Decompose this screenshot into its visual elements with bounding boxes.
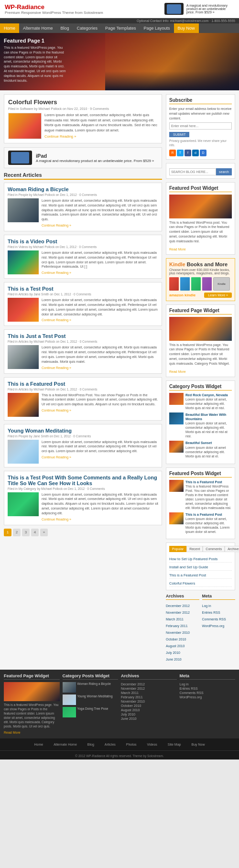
facebook-icon[interactable]: f	[185, 150, 191, 156]
subscribe-submit-button[interactable]: SUBMIT	[169, 132, 189, 137]
arch-link[interactable]: March 2011	[166, 618, 184, 621]
footer-arch-link[interactable]: June 2010	[121, 716, 177, 721]
footer-meta-wp[interactable]: WordPress.org	[180, 695, 236, 699]
footer-meta-comments[interactable]: Comments RSS	[180, 691, 236, 695]
article-read-more[interactable]: Continue Reading »	[42, 366, 71, 369]
footer-meta-entries[interactable]: Entries RSS	[180, 686, 236, 691]
arch-link[interactable]: June 2010	[166, 658, 182, 661]
meta-link-comments[interactable]: Comments RSS	[202, 618, 226, 621]
footer-arch-link[interactable]: December 2012	[121, 682, 177, 686]
page-2[interactable]: 2	[13, 529, 21, 536]
article-read-more[interactable]: Continue Reading »	[42, 409, 71, 412]
article-read-more[interactable]: Continue Reading »	[42, 456, 71, 459]
search-button[interactable]: search	[216, 168, 232, 175]
meta-link-login[interactable]: Log in	[202, 604, 211, 608]
tab-comments[interactable]: Comments	[203, 546, 225, 552]
footer-featured-read-more[interactable]: Read More	[4, 731, 21, 734]
twitter-icon[interactable]: T	[177, 150, 184, 156]
footer-arch-link[interactable]: November 2012	[121, 686, 177, 691]
footer-arch-link[interactable]: March 2011	[121, 691, 177, 695]
article-meta: Filed in Articles by Michael Pollock on …	[8, 388, 158, 391]
article-meta: Filed in People by Jane Smith on Dec 1, …	[8, 434, 158, 438]
meta-link-entries[interactable]: Entries RSS	[202, 611, 220, 614]
article-item: Young Woman Meditating Filed in People b…	[4, 424, 162, 467]
featured-page-widget-read-more[interactable]: Read More	[169, 370, 186, 373]
footer-nav-videos[interactable]: Videos	[143, 740, 161, 749]
arch-link[interactable]: August 2010	[166, 644, 185, 648]
learn-more-button[interactable]: Learn More »	[204, 293, 232, 298]
article-thumb	[8, 393, 39, 417]
page-1[interactable]: 1	[4, 529, 11, 536]
footer-nav-blog[interactable]: Blog	[84, 740, 98, 749]
featured-page-widget: Featured Page Widget This is a featured …	[166, 304, 235, 377]
long-article-thumb	[8, 492, 39, 516]
archives-col: Archives December 2012 November 2012 Mar…	[166, 594, 199, 662]
featured-post-widget-read-more[interactable]: Read More	[169, 248, 186, 251]
hero-slider: Featured Page 1 This is a featured WordP…	[0, 33, 239, 90]
footer-cat-link[interactable]: Yoga Doing Tree Pose	[77, 707, 109, 717]
footer-arch-link[interactable]: October 2010	[121, 704, 177, 708]
nav-categories[interactable]: Categories	[73, 23, 102, 33]
arch-link[interactable]: December 2012	[166, 604, 190, 608]
footer-arch-link[interactable]: February 2011	[121, 695, 177, 699]
digg-icon[interactable]: d	[192, 150, 199, 156]
article-read-more[interactable]: Continue Reading »	[42, 318, 71, 322]
article-excerpt: Lorem ipsum dolor sit amet, consectetur …	[42, 298, 158, 316]
page-next[interactable]: »	[40, 529, 48, 536]
meta-link-wp[interactable]: WordPress.org	[202, 624, 225, 628]
amazon-logo: amazon kindle	[169, 293, 196, 297]
nav-home[interactable]: Home	[0, 23, 19, 33]
nav-blog[interactable]: Blog	[57, 23, 73, 33]
tab-popular[interactable]: Popular	[169, 546, 186, 552]
footer-nav-alt[interactable]: Alternate Home	[50, 740, 81, 749]
nav-page-templates[interactable]: Page Templates	[101, 23, 140, 33]
ipad-ad-banner[interactable]: iPad A magical and revolutionary product…	[4, 147, 162, 168]
popular-link-4[interactable]: Colorful Flowers	[169, 581, 195, 586]
tab-recent[interactable]: Recent	[186, 546, 203, 552]
footer-nav-sitemap[interactable]: Site Map	[164, 740, 185, 749]
popular-link-2[interactable]: Install and Set Up Guide	[169, 565, 208, 569]
article-read-more[interactable]: Continue Reading »	[42, 271, 71, 274]
meta-col: Meta Log in Entries RSS Comments RSS Wor…	[202, 594, 236, 662]
footer-category-posts-widget: Category Posts Widget Woman Riding a Bic…	[63, 673, 119, 735]
footer-meta-login[interactable]: Log in	[180, 682, 236, 686]
article-item: This is Just a Test Post Filed in Articl…	[4, 329, 162, 373]
rss-icon[interactable]: R	[169, 150, 176, 156]
footer-nav-articles[interactable]: Articles	[101, 740, 120, 749]
arch-link[interactable]: October 2010	[166, 638, 186, 641]
ipad-promo[interactable]: A magical and revolutionary product at a…	[164, 3, 234, 15]
book-4	[202, 277, 212, 291]
page-3[interactable]: 3	[22, 529, 30, 536]
footer-cat-link[interactable]: Woman Riding a Bicycle	[77, 682, 111, 693]
footer-arch-link[interactable]: August 2010	[121, 708, 177, 712]
arch-link[interactable]: July 2010	[166, 651, 180, 654]
long-article-read-more[interactable]: Continue Reading »	[42, 518, 71, 521]
article-read-more[interactable]: Continue Reading »	[42, 224, 71, 227]
article-thumb	[8, 250, 39, 274]
footer-cat-link[interactable]: Young Woman Meditating	[77, 694, 113, 705]
tab-bar: Popular Recent Comments Archives	[169, 546, 232, 552]
footer-nav-buy[interactable]: Buy Now	[187, 740, 208, 749]
subscribe-email-input[interactable]	[169, 122, 232, 130]
subscribe-text: Enter your email address below to receiv…	[169, 107, 232, 120]
featured-article-read-more[interactable]: Continue Reading »	[44, 134, 158, 139]
tab-archives[interactable]: Archives	[225, 546, 239, 552]
popular-link-3[interactable]: This is a Featured Post	[169, 573, 206, 577]
nav-alt-home[interactable]: Alternate Home	[19, 23, 57, 33]
article-meta: Filed in People by Michael Pollock on De…	[8, 193, 158, 196]
delicious-icon[interactable]: D	[200, 150, 206, 156]
nav-page-layouts[interactable]: Page Layouts	[140, 23, 174, 33]
page-4[interactable]: 4	[31, 529, 39, 536]
arch-link[interactable]: February 2011	[166, 624, 188, 628]
footer-arch-link[interactable]: July 2010	[121, 712, 177, 716]
banner-ad-widget[interactable]: Kindle Books and More Choose from over 6…	[166, 258, 235, 301]
long-title-article: This is a Test Post With Some Comments a…	[4, 471, 162, 525]
nav-buy-now[interactable]: Buy Now	[174, 23, 199, 33]
footer-arch-link[interactable]: November 2010	[121, 699, 177, 704]
arch-link[interactable]: November 2010	[166, 631, 190, 634]
arch-link[interactable]: November 2012	[166, 611, 190, 614]
search-input[interactable]	[169, 168, 216, 175]
footer-nav-home[interactable]: Home	[30, 740, 47, 749]
footer-nav-photos[interactable]: Photos	[122, 740, 141, 749]
popular-link-1[interactable]: How to Set Up Featured Posts	[169, 557, 217, 561]
